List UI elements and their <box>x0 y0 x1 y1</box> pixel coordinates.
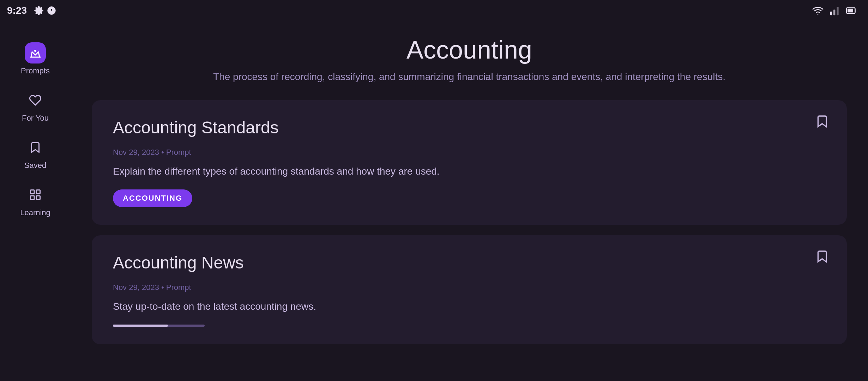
svg-rect-3 <box>837 7 838 15</box>
svg-rect-8 <box>36 190 40 194</box>
crown-icon <box>29 47 42 59</box>
accounting-tag[interactable]: ACCOUNTING <box>113 189 192 207</box>
sidebar-item-learning[interactable]: Learning <box>0 177 71 224</box>
progress-bar-container <box>113 325 205 327</box>
card-accounting-news-meta: Nov 29, 2023 • Prompt <box>113 283 826 292</box>
bookmark-outline-icon <box>815 114 829 128</box>
status-right-icons <box>812 5 857 16</box>
svg-rect-2 <box>833 10 835 15</box>
main-content: Accounting The process of recording, cla… <box>71 21 868 381</box>
sidebar-item-saved[interactable]: Saved <box>0 130 71 177</box>
bookmark-outline-icon-2 <box>815 249 829 264</box>
sidebar-item-prompts[interactable]: Prompts <box>0 35 71 83</box>
sidebar-item-prompts-icon <box>25 42 46 64</box>
status-time: 9:23 <box>7 5 27 16</box>
card-accounting-standards-description: Explain the different types of accountin… <box>113 164 826 179</box>
status-icons <box>34 6 56 16</box>
sidebar-for-you-label: For You <box>22 114 49 123</box>
accessibility-icon <box>47 6 56 16</box>
svg-rect-9 <box>31 196 35 200</box>
svg-point-6 <box>34 50 36 52</box>
svg-rect-5 <box>848 9 853 13</box>
bookmark-accounting-standards[interactable] <box>815 114 829 130</box>
sidebar-item-learning-icon <box>25 184 46 205</box>
progress-bar-fill <box>113 325 168 327</box>
card-accounting-news: Accounting News Nov 29, 2023 • Prompt St… <box>92 235 847 344</box>
page-subtitle: The process of recording, classifying, a… <box>92 71 847 83</box>
card-accounting-standards: Accounting Standards Nov 29, 2023 • Prom… <box>92 100 847 225</box>
page-title: Accounting <box>92 35 847 64</box>
status-bar: 9:23 <box>0 0 868 21</box>
battery-icon <box>846 5 857 16</box>
sidebar-item-saved-icon <box>25 137 46 158</box>
svg-rect-10 <box>36 196 40 200</box>
sidebar-prompts-label: Prompts <box>21 66 50 75</box>
sidebar-saved-label: Saved <box>24 161 46 170</box>
signal-icon <box>829 5 840 16</box>
card-accounting-standards-title: Accounting Standards <box>113 118 826 137</box>
sidebar: Prompts For You Saved Learning <box>0 21 71 381</box>
sidebar-learning-label: Learning <box>20 208 50 217</box>
sidebar-item-for-you-icon <box>25 90 46 111</box>
settings-icon <box>34 6 44 16</box>
heart-icon <box>29 94 42 107</box>
svg-rect-1 <box>830 12 832 16</box>
card-accounting-news-description: Stay up-to-date on the latest accounting… <box>113 299 826 314</box>
wifi-icon <box>812 5 824 16</box>
sidebar-item-for-you[interactable]: For You <box>0 83 71 130</box>
bookmark-accounting-news[interactable] <box>815 249 829 265</box>
svg-rect-7 <box>31 190 35 194</box>
card-accounting-news-title: Accounting News <box>113 253 826 272</box>
bookmark-icon <box>29 141 42 154</box>
grid-icon <box>29 188 42 201</box>
card-accounting-standards-meta: Nov 29, 2023 • Prompt <box>113 148 826 157</box>
